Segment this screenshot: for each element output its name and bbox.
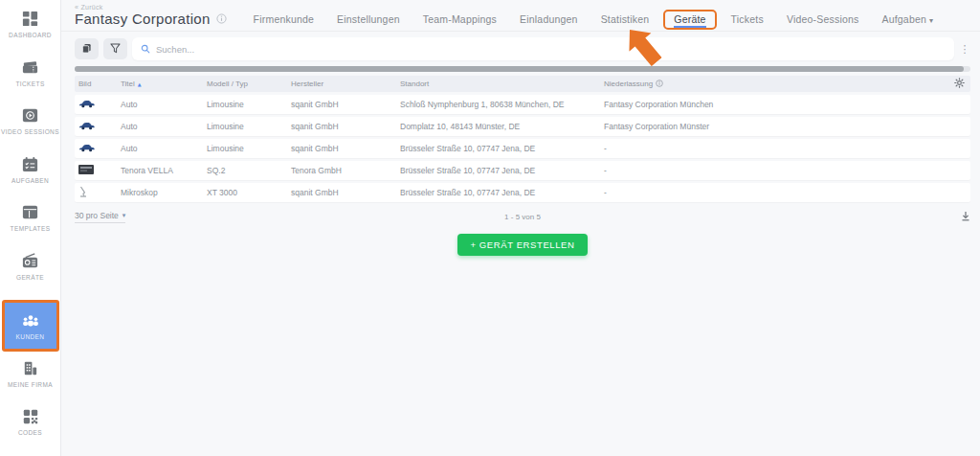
sidebar-item-label: TICKETS bbox=[15, 80, 44, 87]
table-row[interactable]: Auto Limousine sqanit GmbH Schloß Nymphe… bbox=[75, 95, 970, 114]
page-header: « Zurück Fantasy Corporation Firmenkunde… bbox=[61, 0, 980, 32]
pagination-range: 1 - 5 von 5 bbox=[75, 213, 970, 221]
horizontal-scrollbar[interactable] bbox=[75, 66, 970, 72]
page-title: Fantasy Corporation bbox=[75, 11, 211, 27]
filter-icon bbox=[110, 40, 121, 57]
tab-team-mappings[interactable]: Team-Mappings bbox=[412, 11, 508, 28]
device-image bbox=[75, 144, 117, 154]
sidebar-item-kunden[interactable]: KUNDEN bbox=[2, 300, 59, 352]
tab-einstellungen[interactable]: Einstellungen bbox=[325, 11, 412, 28]
device-image bbox=[75, 100, 117, 110]
tab-aufgaben[interactable]: Aufgaben▾ bbox=[870, 11, 945, 28]
search-icon bbox=[141, 40, 150, 57]
column-header-bild[interactable]: Bild bbox=[75, 80, 117, 88]
device-photo bbox=[78, 165, 94, 176]
sidebar-item-codes[interactable]: CODES bbox=[0, 408, 61, 444]
sidebar-item-templates[interactable]: TEMPLATES bbox=[0, 203, 61, 239]
app-window: DASHBOARD TICKETS VIDEO SESSIONS bbox=[0, 0, 980, 456]
tab-firmenkunde[interactable]: Firmenkunde bbox=[242, 11, 325, 28]
device-radio-icon bbox=[21, 252, 39, 270]
more-options-button[interactable]: ⋮ bbox=[959, 43, 970, 56]
company-building-icon bbox=[21, 359, 39, 377]
sidebar-item-video-sessions[interactable]: VIDEO SESSIONS bbox=[0, 106, 61, 142]
microscope-icon bbox=[78, 186, 88, 199]
ticket-icon bbox=[21, 58, 39, 77]
table-row[interactable]: Auto Limousine sqanit GmbH Domplatz 10, … bbox=[75, 117, 970, 136]
sidebar-item-label: DASHBOARD bbox=[9, 32, 52, 38]
tab-geraete[interactable]: Geräte bbox=[663, 10, 716, 30]
column-header-standort[interactable]: Standort bbox=[396, 80, 600, 88]
scrollbar-thumb[interactable] bbox=[75, 66, 964, 72]
create-device-button[interactable]: + GERÄT ERSTELLEN bbox=[457, 234, 587, 256]
back-link[interactable]: « Zurück bbox=[75, 4, 227, 11]
sidebar-item-label: CODES bbox=[18, 429, 42, 436]
toolbar: ⋮ bbox=[75, 37, 970, 60]
filter-button[interactable] bbox=[103, 38, 127, 59]
table-footer: 30 pro Seite ▾ 1 - 5 von 5 bbox=[75, 210, 970, 223]
tab-einladungen[interactable]: Einladungen bbox=[508, 11, 590, 28]
column-header-niederlassung[interactable]: Niederlassung bbox=[600, 80, 947, 89]
tasks-calendar-icon bbox=[21, 155, 39, 173]
qr-code-icon bbox=[22, 408, 39, 425]
chevron-down-icon: ▾ bbox=[929, 16, 933, 25]
sidebar-item-label: KUNDEN bbox=[16, 333, 45, 340]
car-icon bbox=[78, 100, 96, 110]
sort-asc-icon: ▲ bbox=[138, 81, 142, 87]
gear-icon bbox=[954, 78, 965, 90]
sidebar-item-meine-firma[interactable]: MEINE FIRMA bbox=[0, 359, 61, 395]
car-icon bbox=[78, 122, 96, 132]
tab-video-sessions[interactable]: Video-Sessions bbox=[775, 11, 871, 28]
copy-icon bbox=[81, 40, 92, 57]
tab-bar: Firmenkunde Einstellungen Team-Mappings … bbox=[242, 10, 946, 30]
column-settings-button[interactable] bbox=[947, 78, 970, 90]
search-box bbox=[132, 37, 954, 60]
column-header-titel[interactable]: Titel ▲ bbox=[117, 80, 203, 88]
sidebar-item-tickets[interactable]: TICKETS bbox=[0, 58, 61, 94]
car-icon bbox=[78, 144, 96, 154]
table-row[interactable]: Auto Limousine sqanit GmbH Brüsseler Str… bbox=[75, 139, 970, 158]
device-image bbox=[75, 122, 117, 132]
sidebar-item-dashboard[interactable]: DASHBOARD bbox=[0, 10, 61, 45]
sidebar: DASHBOARD TICKETS VIDEO SESSIONS bbox=[0, 0, 61, 456]
sidebar-item-geraete[interactable]: GERÄTE bbox=[0, 252, 61, 287]
template-window-icon bbox=[21, 203, 39, 221]
sidebar-item-aufgaben[interactable]: AUFGABEN bbox=[0, 155, 61, 191]
device-image bbox=[75, 186, 117, 199]
dashboard-icon bbox=[21, 10, 39, 28]
sidebar-item-label: GERÄTE bbox=[16, 274, 44, 281]
table-header: Bild Titel ▲ Modell / Typ Hersteller Sta… bbox=[75, 76, 970, 92]
column-header-modell[interactable]: Modell / Typ bbox=[203, 80, 287, 88]
info-icon[interactable] bbox=[216, 11, 227, 28]
video-session-icon bbox=[21, 106, 39, 125]
info-icon[interactable] bbox=[656, 80, 663, 89]
search-input[interactable] bbox=[156, 44, 946, 55]
sidebar-item-label: MEINE FIRMA bbox=[8, 381, 53, 388]
table-row[interactable]: Mikroskop XT 3000 sqanit GmbH Brüsseler … bbox=[75, 183, 970, 202]
sidebar-item-label: AUFGABEN bbox=[11, 177, 49, 184]
sidebar-item-label: TEMPLATES bbox=[11, 225, 51, 232]
device-image bbox=[75, 165, 117, 176]
sidebar-item-label: VIDEO SESSIONS bbox=[1, 128, 59, 135]
tab-tickets[interactable]: Tickets bbox=[720, 11, 775, 28]
customers-people-icon bbox=[21, 312, 40, 330]
table-row[interactable]: Tenora VELLA SQ.2 Tenora GmbH Brüsseler … bbox=[75, 161, 970, 180]
tab-statistiken[interactable]: Statistiken bbox=[590, 11, 661, 28]
copy-button[interactable] bbox=[75, 38, 99, 59]
devices-panel: ⋮ Bild Titel ▲ Modell / Typ Hersteller S… bbox=[61, 32, 980, 256]
column-header-hersteller[interactable]: Hersteller bbox=[287, 80, 396, 88]
